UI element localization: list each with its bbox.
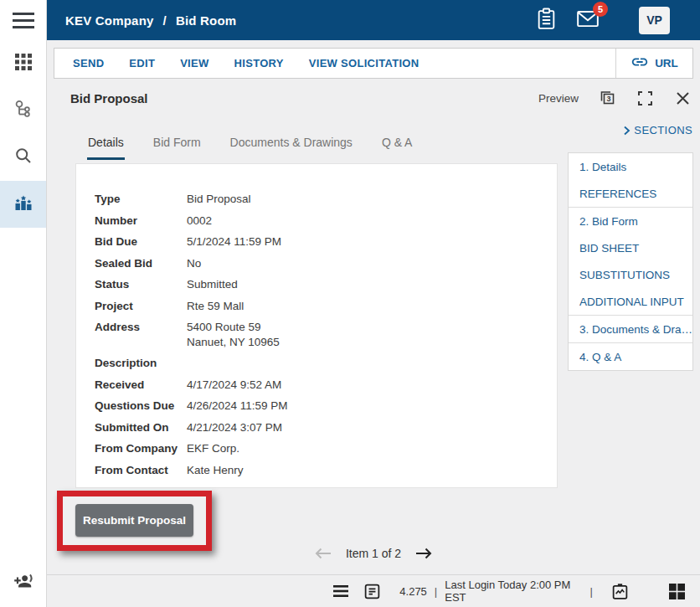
sections-group-documents: 3. Documents & Dra… — [569, 315, 692, 342]
field-value: 0002 — [187, 213, 212, 229]
field-label: Questions Due — [95, 399, 187, 414]
tab-documents-drawings[interactable]: Documents & Drawings — [229, 136, 353, 160]
field-value: Submitted — [187, 277, 238, 292]
apps-grid-icon — [14, 53, 33, 75]
field-value: 4/17/2024 9:52 AM — [187, 378, 281, 393]
field-row-address: Address 5400 Route 59 Nanuet, NY 10965 — [95, 320, 540, 349]
user-avatar[interactable]: VP — [639, 7, 670, 34]
address-line-1: 5400 Route 59 — [187, 320, 280, 335]
field-label: Number — [95, 213, 187, 229]
field-value: Bid Proposal — [187, 192, 251, 207]
field-row-submitted-on: Submitted On 4/21/2024 3:07 PM — [95, 420, 540, 435]
field-row-questions-due: Questions Due 4/26/2024 11:59 PM — [95, 399, 540, 414]
field-label: Description — [95, 356, 187, 371]
field-value: 5/1/2024 11:59 PM — [187, 234, 281, 249]
breadcrumb-company[interactable]: KEV Company — [65, 13, 154, 28]
view-solicitation-button[interactable]: VIEW SOLICITATION — [309, 57, 419, 69]
left-sidebar — [0, 0, 47, 607]
section-link-details[interactable]: 1. Details — [569, 153, 692, 180]
details-panel: Type Bid Proposal Number 0002 Bid Due 5/… — [75, 163, 558, 488]
tab-details[interactable]: Details — [87, 136, 125, 160]
app-version: 4.275 — [399, 585, 427, 598]
section-link-substitutions[interactable]: SUBSTITUTIONS — [569, 261, 692, 288]
footer-notes-icon[interactable] — [363, 583, 381, 600]
field-row-from-company: From Company EKF Corp. — [95, 441, 540, 456]
edit-button[interactable]: EDIT — [129, 57, 155, 69]
app-window: KEV Company / Bid Room — [0, 0, 700, 607]
field-value: No — [187, 256, 201, 271]
next-item-arrow-icon[interactable] — [414, 547, 434, 560]
section-link-references[interactable]: REFERENCES — [569, 180, 692, 207]
field-label: Type — [95, 192, 187, 207]
url-button-label: URL — [655, 57, 678, 69]
add-contact-button[interactable] — [0, 565, 46, 602]
copy-url-button[interactable]: URL — [615, 49, 692, 78]
svg-text:3: 3 — [606, 95, 610, 103]
preview-button[interactable]: Preview — [538, 92, 579, 105]
section-link-q-and-a[interactable]: 4. Q & A — [569, 343, 692, 370]
resubmit-proposal-button[interactable]: Resubmit Proposal — [75, 504, 193, 537]
breadcrumb-page[interactable]: Bid Room — [176, 13, 236, 28]
menu-hamburger-icon[interactable] — [0, 0, 46, 40]
field-label: Submitted On — [95, 420, 187, 435]
sidebar-item-hierarchy[interactable] — [0, 87, 46, 134]
field-row-number: Number 0002 — [95, 213, 540, 229]
person-add-icon — [13, 571, 34, 596]
footer-menu-icon[interactable] — [333, 585, 348, 597]
breadcrumb-separator: / — [163, 13, 167, 28]
field-value: Kate Henry — [187, 463, 244, 478]
sections-toggle[interactable]: SECTIONS — [623, 124, 692, 136]
footer-status-text: 4.275 | Last Login Today 2:00 PM EST | — [399, 579, 593, 604]
tab-q-and-a[interactable]: Q & A — [381, 136, 414, 160]
field-row-from-contact: From Contact Kate Henry — [95, 463, 540, 478]
sidebar-item-search[interactable] — [0, 134, 46, 181]
sections-group-details: 1. Details REFERENCES — [569, 153, 692, 207]
footer-separator: | — [590, 585, 593, 598]
hierarchy-tree-icon — [14, 100, 33, 121]
action-toolbar: SEND EDIT VIEW HISTORY VIEW SOLICITATION… — [54, 48, 693, 79]
podium-stars-icon — [13, 193, 33, 216]
close-icon[interactable] — [673, 89, 692, 107]
field-label: From Contact — [95, 463, 187, 478]
link-icon — [631, 53, 649, 75]
system-status-icon[interactable] — [611, 583, 629, 600]
field-row-bid-due: Bid Due 5/1/2024 11:59 PM — [95, 234, 540, 249]
field-row-description: Description — [95, 356, 540, 371]
field-label: Project — [95, 299, 187, 314]
field-value: 4/21/2024 3:07 PM — [187, 420, 282, 435]
send-button[interactable]: SEND — [73, 57, 104, 69]
field-label: Received — [95, 378, 187, 393]
last-login-text: Last Login Today 2:00 PM EST — [445, 579, 582, 604]
field-value: Rte 59 Mall — [187, 299, 244, 314]
section-link-documents-drawings[interactable]: 3. Documents & Dra… — [569, 316, 692, 342]
page-title: Bid Proposal — [70, 91, 148, 105]
section-link-additional-input[interactable]: ADDITIONAL INPUT — [569, 288, 692, 315]
tab-bar: Details Bid Form Documents & Drawings Q … — [87, 136, 440, 160]
tasks-button[interactable] — [533, 8, 558, 33]
messages-button[interactable]: 5 — [575, 8, 600, 33]
unread-count-badge: 5 — [593, 2, 608, 17]
search-icon — [14, 147, 33, 168]
breadcrumb: KEV Company / Bid Room — [47, 13, 236, 28]
windows-logo-icon[interactable] — [669, 584, 685, 599]
previous-item-arrow-icon[interactable] — [313, 547, 333, 560]
sidebar-item-apps[interactable] — [0, 40, 46, 87]
field-row-status: Status Submitted — [95, 277, 540, 292]
field-value: 4/26/2024 11:59 PM — [187, 399, 288, 414]
tab-bid-form[interactable]: Bid Form — [152, 136, 202, 160]
history-button[interactable]: HISTORY — [234, 57, 284, 69]
footer-separator: | — [435, 585, 437, 598]
window-layers-button[interactable]: 3 — [598, 89, 616, 107]
item-pagination: Item 1 of 2 — [47, 547, 700, 560]
fullscreen-icon[interactable] — [636, 89, 654, 107]
sections-group-qa: 4. Q & A — [569, 342, 692, 370]
view-button[interactable]: VIEW — [180, 57, 208, 69]
section-link-bid-form[interactable]: 2. Bid Form — [569, 208, 692, 234]
field-label: Status — [95, 277, 187, 292]
field-label: Address — [95, 320, 187, 349]
panel-header-actions: Preview 3 — [538, 89, 692, 107]
sections-group-bid-form: 2. Bid Form BID SHEET SUBSTITUTIONS ADDI… — [569, 207, 692, 315]
sidebar-item-bid-room[interactable] — [0, 181, 46, 228]
section-link-bid-sheet[interactable]: BID SHEET — [569, 234, 692, 261]
sections-nav: 1. Details REFERENCES 2. Bid Form BID SH… — [568, 152, 693, 371]
